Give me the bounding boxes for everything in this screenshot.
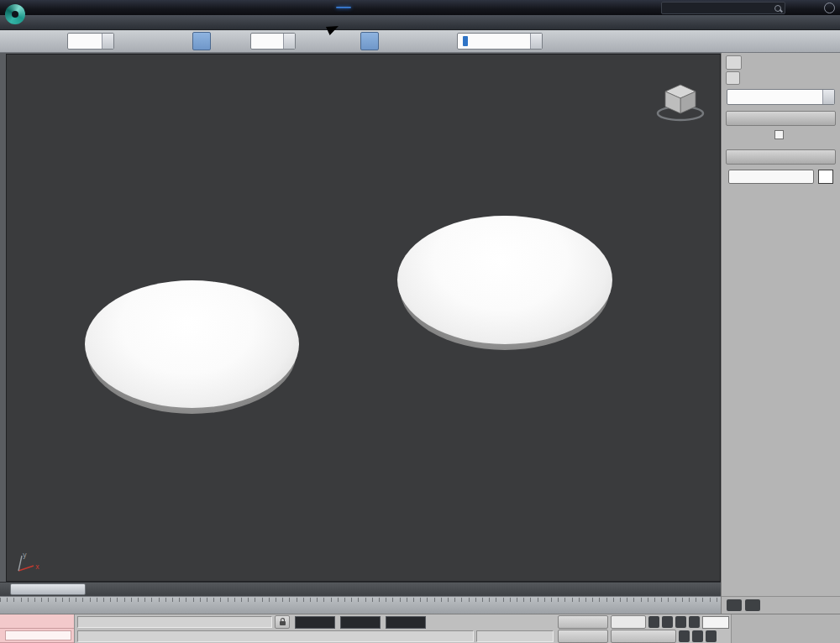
scene-object-disc-right[interactable] xyxy=(397,216,612,344)
viewcube[interactable] xyxy=(654,78,707,125)
material-editor-button[interactable] xyxy=(659,32,678,50)
add-time-tag-button[interactable] xyxy=(476,630,554,642)
previous-key-button[interactable] xyxy=(679,630,690,642)
play-animation-button[interactable] xyxy=(675,616,686,628)
viewport[interactable]: x y xyxy=(6,54,721,582)
go-to-start-button[interactable] xyxy=(648,616,659,628)
selected-filter-dropdown[interactable] xyxy=(611,615,646,629)
reference-coordinate-system-dropdown[interactable] xyxy=(250,33,296,50)
select-and-link-button[interactable] xyxy=(3,32,22,50)
category-systems[interactable] xyxy=(816,71,831,85)
percent-snap-toggle[interactable] xyxy=(399,32,417,50)
category-shapes[interactable] xyxy=(741,71,755,85)
application-button[interactable] xyxy=(3,2,27,26)
open-file-icon[interactable] xyxy=(32,3,45,13)
rollout-object-type[interactable] xyxy=(726,111,836,126)
rollout-name-and-color[interactable] xyxy=(726,149,836,165)
viewport-nav-controls xyxy=(731,614,840,643)
track-bar[interactable] xyxy=(0,596,721,614)
communities-icon[interactable] xyxy=(790,3,802,13)
redo-icon[interactable] xyxy=(77,3,90,13)
time-slider-handle[interactable] xyxy=(10,583,86,595)
render-setup-button[interactable] xyxy=(679,32,697,50)
chevron-down-icon xyxy=(283,34,295,49)
z-coordinate-field[interactable] xyxy=(386,616,426,629)
search-icon[interactable] xyxy=(774,5,781,12)
qat-dropdown-icon[interactable] xyxy=(92,3,105,13)
tab-motion[interactable] xyxy=(779,55,795,70)
go-to-end-button[interactable] xyxy=(706,630,717,642)
previous-frame-icon[interactable] xyxy=(0,584,9,594)
schematic-view-button[interactable] xyxy=(640,32,659,50)
angle-snap-toggle[interactable] xyxy=(380,32,398,50)
selection-lock-toggle[interactable] xyxy=(275,615,290,629)
tab-modify[interactable] xyxy=(743,55,759,70)
previous-frame-button[interactable] xyxy=(662,616,673,628)
primitive-category-dropdown[interactable] xyxy=(727,89,835,105)
listener-input[interactable] xyxy=(5,630,71,640)
select-and-rotate-button[interactable] xyxy=(212,32,230,50)
animation-controls xyxy=(556,614,731,643)
category-lights[interactable] xyxy=(756,71,770,85)
select-and-manipulate-button[interactable] xyxy=(316,32,334,50)
next-key-button[interactable] xyxy=(692,630,703,642)
y-coordinate-field[interactable] xyxy=(340,616,381,629)
help-icon[interactable] xyxy=(824,3,835,13)
set-key-button[interactable] xyxy=(558,630,608,643)
save-file-icon[interactable] xyxy=(47,3,60,13)
select-by-name-button[interactable] xyxy=(134,32,153,50)
align-button[interactable] xyxy=(563,32,581,50)
ribbon-toggle-button[interactable] xyxy=(601,32,620,50)
window-crossing-toggle[interactable] xyxy=(173,32,192,50)
select-and-move-button[interactable] xyxy=(192,32,211,50)
unlink-selection-button[interactable] xyxy=(23,32,41,50)
scene-object-disc-left[interactable] xyxy=(85,280,299,408)
select-and-scale-button[interactable] xyxy=(231,32,249,50)
layer-manager-button[interactable] xyxy=(582,32,601,50)
tab-utilities[interactable] xyxy=(814,55,830,70)
curve-editor-button[interactable] xyxy=(621,32,639,50)
named-selection-sets-dropdown[interactable] xyxy=(457,33,543,50)
tab-hierarchy[interactable] xyxy=(761,55,777,70)
category-cameras[interactable] xyxy=(771,71,785,85)
key-filters-button[interactable] xyxy=(611,630,676,643)
auto-key-button[interactable] xyxy=(558,615,608,629)
rendered-frame-window-button[interactable] xyxy=(698,32,717,50)
tab-display[interactable] xyxy=(796,55,812,70)
category-geometry[interactable] xyxy=(726,71,740,85)
track-bar-options-button[interactable] xyxy=(745,599,760,611)
autogrid-checkbox[interactable] xyxy=(774,130,784,139)
next-frame-icon[interactable] xyxy=(87,584,96,594)
rectangular-selection-region-button[interactable] xyxy=(154,32,172,50)
open-mini-curve-editor-button[interactable] xyxy=(727,599,742,611)
track-bar-ruler[interactable] xyxy=(0,597,721,614)
time-slider[interactable] xyxy=(0,582,721,596)
render-production-button[interactable] xyxy=(717,32,736,50)
object-color-swatch[interactable] xyxy=(818,170,833,184)
bind-to-space-warp-button[interactable] xyxy=(42,32,60,50)
select-object-button[interactable] xyxy=(115,32,134,50)
object-name-input[interactable] xyxy=(728,170,814,184)
infocenter xyxy=(661,2,835,14)
window-title xyxy=(0,0,760,15)
edit-named-selection-sets-button[interactable] xyxy=(438,32,456,50)
3ds-max-window: x y xyxy=(0,0,840,643)
tab-create[interactable] xyxy=(726,55,742,70)
undo-icon[interactable] xyxy=(62,3,75,13)
current-frame-field[interactable] xyxy=(702,616,729,629)
viewport-column: x y xyxy=(0,53,721,614)
favorites-icon[interactable] xyxy=(807,3,819,13)
mirror-button[interactable] xyxy=(543,32,562,50)
snaps-toggle[interactable] xyxy=(360,32,379,50)
use-pivot-point-center-button[interactable] xyxy=(297,32,315,50)
category-helpers[interactable] xyxy=(786,71,801,85)
next-frame-button[interactable] xyxy=(689,616,700,628)
command-panel-tabs xyxy=(722,53,840,71)
selection-filter-dropdown[interactable] xyxy=(67,33,114,50)
keyboard-shortcut-override-toggle[interactable] xyxy=(335,32,354,50)
search-box[interactable] xyxy=(661,2,785,14)
spinner-snap-toggle[interactable] xyxy=(418,32,437,50)
category-space-warps[interactable] xyxy=(801,71,816,85)
macro-recorder-field[interactable] xyxy=(0,614,74,629)
x-coordinate-field[interactable] xyxy=(295,616,335,629)
